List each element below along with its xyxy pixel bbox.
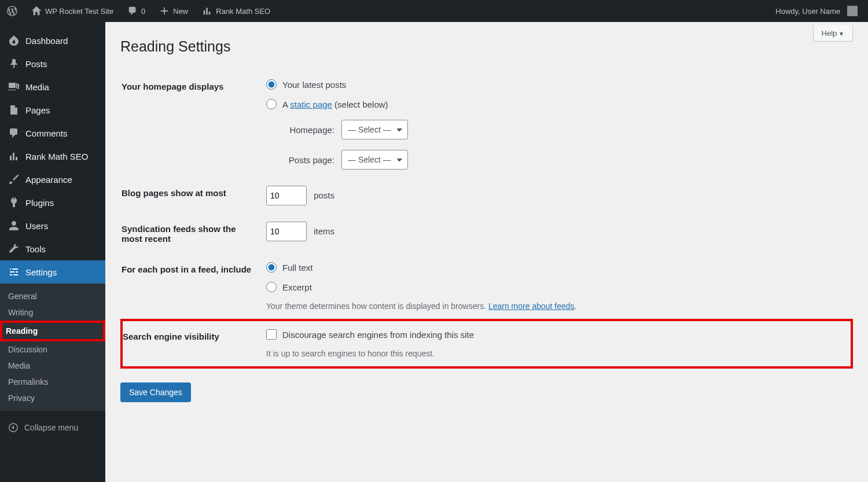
sidebar-item-plugins[interactable]: Plugins bbox=[0, 191, 105, 214]
wrench-icon bbox=[8, 243, 20, 255]
radio-latest-posts-label: Your latest posts bbox=[282, 80, 346, 90]
sidebar-item-comments[interactable]: Comments bbox=[0, 122, 105, 145]
media-icon bbox=[8, 81, 20, 93]
submenu-item-writing[interactable]: Writing bbox=[0, 304, 105, 321]
content-area: Help Reading Settings Your homepage disp… bbox=[105, 22, 868, 482]
submenu-label: Permalinks bbox=[8, 377, 48, 387]
sidebar-item-tools[interactable]: Tools bbox=[0, 237, 105, 260]
submenu-item-media[interactable]: Media bbox=[0, 358, 105, 374]
feed-description: Your theme determines how content is dis… bbox=[266, 301, 846, 311]
syndication-heading: Syndication feeds show the most recent bbox=[122, 214, 260, 254]
save-changes-button[interactable]: Save Changes bbox=[120, 382, 191, 402]
posts-per-page-input[interactable] bbox=[266, 186, 307, 205]
discourage-search-label: Discourage search engines from indexing … bbox=[282, 330, 474, 340]
home-icon bbox=[31, 6, 42, 16]
brush-icon bbox=[8, 174, 20, 185]
sidebar-item-media[interactable]: Media bbox=[0, 75, 105, 98]
postspage-select-label: Posts page: bbox=[282, 155, 334, 165]
collapse-icon bbox=[8, 422, 19, 433]
sidebar-item-pages[interactable]: Pages bbox=[0, 98, 105, 122]
comments-count: 0 bbox=[141, 7, 145, 16]
radio-excerpt-label: Excerpt bbox=[282, 282, 312, 292]
submenu-item-general[interactable]: General bbox=[0, 288, 105, 304]
radio-static-page-label: A static page (select below) bbox=[282, 100, 388, 109]
howdy-text: Howdy, User Name bbox=[775, 7, 840, 16]
homepage-select[interactable]: — Select — bbox=[341, 120, 408, 139]
site-name: WP Rocket Test Site bbox=[45, 7, 113, 16]
sidebar-item-label: Media bbox=[25, 82, 49, 92]
radio-full-text-label: Full text bbox=[282, 263, 313, 273]
submenu-label: Writing bbox=[8, 308, 33, 317]
comments-link[interactable]: 0 bbox=[120, 0, 152, 22]
chart-bar-icon bbox=[8, 150, 20, 162]
admin-sidebar: Dashboard Posts Media Pages Comments Ran… bbox=[0, 22, 105, 482]
submenu-item-reading[interactable]: Reading bbox=[0, 321, 105, 341]
plug-icon bbox=[8, 197, 20, 208]
homepage-select-label: Homepage: bbox=[282, 125, 334, 135]
new-link[interactable]: New bbox=[152, 0, 195, 22]
sidebar-item-label: Posts bbox=[25, 59, 47, 69]
collapse-label: Collapse menu bbox=[24, 423, 78, 432]
plus-icon bbox=[159, 6, 170, 16]
sidebar-item-label: Comments bbox=[25, 128, 68, 138]
rankmath-label: Rank Math SEO bbox=[216, 7, 270, 16]
items-unit-label: items bbox=[314, 226, 334, 236]
sidebar-item-rankmath[interactable]: Rank Math SEO bbox=[0, 145, 105, 168]
sidebar-item-dashboard[interactable]: Dashboard bbox=[0, 29, 105, 52]
radio-full-text[interactable] bbox=[266, 262, 277, 273]
page-title: Reading Settings bbox=[120, 38, 853, 55]
submenu-label: Media bbox=[8, 361, 30, 370]
help-tab[interactable]: Help bbox=[813, 25, 853, 42]
radio-excerpt[interactable] bbox=[266, 282, 277, 292]
sidebar-item-label: Rank Math SEO bbox=[25, 152, 88, 161]
posts-unit-label: posts bbox=[314, 190, 334, 200]
postspage-select[interactable]: — Select — bbox=[341, 150, 408, 170]
sidebar-item-label: Appearance bbox=[25, 175, 72, 185]
rankmath-link[interactable]: Rank Math SEO bbox=[195, 0, 277, 22]
avatar-icon bbox=[847, 6, 858, 16]
homepage-displays-heading: Your homepage displays bbox=[122, 71, 260, 178]
pin-icon bbox=[8, 58, 20, 69]
wp-logo[interactable] bbox=[0, 0, 24, 22]
submenu-item-privacy[interactable]: Privacy bbox=[0, 390, 105, 406]
dashboard-icon bbox=[8, 35, 20, 46]
sidebar-item-label: Users bbox=[25, 221, 48, 231]
settings-submenu: General Writing Reading Discussion Media… bbox=[0, 284, 105, 411]
sidebar-item-label: Plugins bbox=[25, 198, 54, 208]
new-label: New bbox=[173, 7, 188, 16]
blog-pages-heading: Blog pages show at most bbox=[122, 178, 260, 214]
posts-per-rss-input[interactable] bbox=[266, 222, 307, 241]
submenu-label: General bbox=[8, 292, 37, 301]
sidebar-item-label: Settings bbox=[25, 267, 57, 277]
search-visibility-description: It is up to search engines to honor this… bbox=[266, 349, 845, 358]
comment-icon bbox=[127, 6, 138, 16]
submenu-label: Discussion bbox=[8, 345, 47, 354]
sidebar-item-posts[interactable]: Posts bbox=[0, 52, 105, 75]
sidebar-item-settings[interactable]: Settings bbox=[0, 260, 105, 284]
search-visibility-heading: Search engine visibility bbox=[122, 320, 260, 367]
sidebar-item-label: Pages bbox=[25, 105, 50, 115]
page-icon bbox=[8, 104, 20, 116]
user-icon bbox=[8, 220, 20, 231]
feed-include-heading: For each post in a feed, include bbox=[122, 254, 260, 320]
admin-bar: WP Rocket Test Site 0 New Rank Math SEO … bbox=[0, 0, 868, 22]
radio-static-page[interactable] bbox=[266, 99, 277, 109]
account-link[interactable]: Howdy, User Name bbox=[768, 0, 865, 22]
site-link[interactable]: WP Rocket Test Site bbox=[24, 0, 120, 22]
sidebar-item-appearance[interactable]: Appearance bbox=[0, 168, 105, 191]
learn-more-feeds-link[interactable]: Learn more about feeds bbox=[488, 301, 575, 311]
discourage-search-checkbox[interactable] bbox=[266, 329, 277, 340]
wordpress-icon bbox=[7, 6, 17, 16]
radio-latest-posts[interactable] bbox=[266, 79, 277, 90]
submenu-label: Privacy bbox=[8, 393, 35, 403]
sliders-icon bbox=[8, 266, 20, 278]
sidebar-item-label: Dashboard bbox=[25, 36, 68, 46]
submenu-item-permalinks[interactable]: Permalinks bbox=[0, 374, 105, 390]
submenu-label: Reading bbox=[6, 326, 38, 336]
collapse-menu-button[interactable]: Collapse menu bbox=[0, 417, 105, 439]
comment-icon bbox=[8, 127, 20, 139]
submenu-item-discussion[interactable]: Discussion bbox=[0, 341, 105, 358]
chart-bar-icon bbox=[202, 6, 212, 16]
static-page-link[interactable]: static page bbox=[290, 100, 332, 109]
sidebar-item-users[interactable]: Users bbox=[0, 214, 105, 237]
